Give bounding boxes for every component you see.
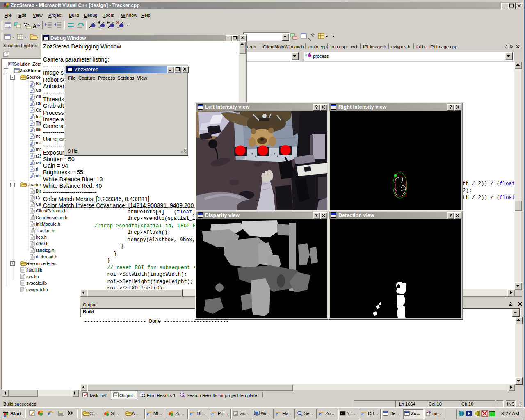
svg-text:e: e xyxy=(361,411,364,417)
svg-text:e: e xyxy=(190,411,192,417)
svg-text:e: e xyxy=(147,411,149,417)
svg-text:e: e xyxy=(276,411,278,417)
svg-text:e: e xyxy=(319,411,321,417)
svg-text:e: e xyxy=(48,410,51,416)
svg-text:e: e xyxy=(211,411,214,417)
svg-text:A: A xyxy=(33,23,37,29)
